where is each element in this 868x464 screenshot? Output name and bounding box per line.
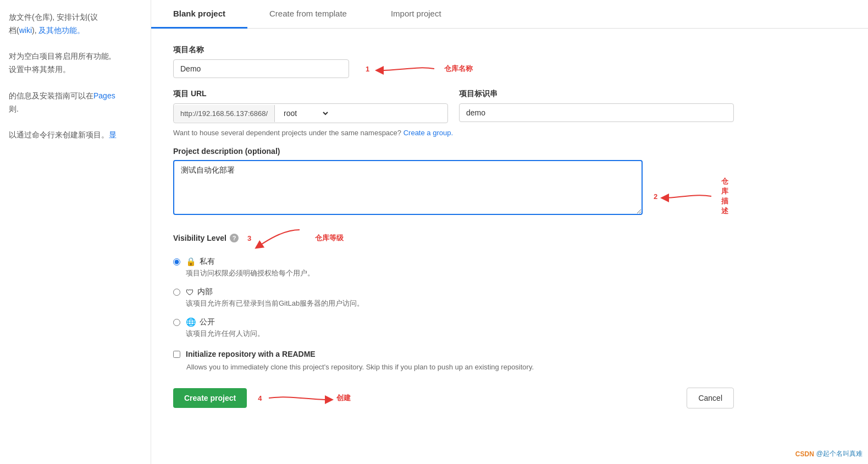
visibility-help-icon[interactable]: ? [230,234,239,242]
project-form: 项目名称 1 [151,29,756,425]
private-label: 私有 [200,257,215,267]
sidebar-show-link[interactable]: 显 [109,130,117,139]
arrow-1 [374,60,440,77]
watermark: CSDN @起个名叫真难 [795,449,863,459]
arrow-3 [256,227,311,249]
sidebar: 放文件(仓库), 安排计划(议 档(wiki), 及其他功能。 对为空白项目将启… [0,0,151,464]
readme-group: Initialize repository with a README Allo… [173,350,734,371]
annotation-number-2: 2 [654,192,657,201]
annotation-text-3: 仓库等级 [315,233,344,243]
tab-template[interactable]: Create from template [247,0,369,29]
arrow-4 [266,390,332,406]
namespace-select[interactable]: root [275,104,330,123]
public-desc: 该项目允许任何人访问。 [186,329,264,339]
tab-import[interactable]: Import project [369,0,463,29]
readme-label: Initialize repository with a README [186,350,316,358]
create-group-link[interactable]: Create a group. [403,129,453,137]
create-project-button[interactable]: Create project [173,388,247,408]
internal-desc: 该项目允许所有已登录到当前GitLab服务器的用户访问。 [186,299,364,308]
public-label: 公开 [200,317,215,327]
readme-row: Initialize repository with a README [173,350,734,358]
annotation-number-1: 1 [366,65,369,73]
button-row: Create project 4 创建 [173,388,734,408]
visibility-group: Visibility Level ? 3 [173,227,734,339]
annotation-text-1: 仓库名称 [444,64,473,74]
radio-internal[interactable] [173,289,180,296]
description-label: Project description (optional) [173,147,734,156]
globe-icon: 🌐 [186,317,196,327]
visibility-label: Visibility Level [173,234,226,242]
internal-label: 内部 [197,287,213,297]
project-name-label: 项目名称 [173,45,734,55]
sidebar-text: 放文件(仓库), 安排计划(议 档(wiki), 及其他功能。 对为空白项目将启… [9,11,142,142]
arrow-2 [662,188,717,205]
visibility-public: 🌐 公开 该项目允许任何人访问。 [173,317,734,339]
description-textarea[interactable]: 测试自动化部署 [173,160,643,215]
description-group: Project description (optional) 测试自动化部署 2 [173,147,734,216]
url-hint: Want to house several dependent projects… [173,129,734,137]
project-name-input[interactable] [173,59,349,78]
readme-checkbox[interactable] [173,351,180,358]
visibility-internal: 🛡 内部 该项目允许所有已登录到当前GitLab服务器的用户访问。 [173,287,734,308]
url-label: 项目 URL [173,89,448,99]
tabs-bar: Blank project Create from template Impor… [151,0,868,29]
url-row: 项目 URL http://192.168.56.137:6868/ root … [173,89,734,123]
project-name-group: 项目名称 1 [173,45,734,78]
shield-icon: 🛡 [186,288,194,297]
readme-desc: Allows you to immediately clone this pro… [186,363,734,371]
slug-group: 项目标识串 [459,89,734,122]
annotation-text-4: 创建 [336,393,351,403]
slug-label: 项目标识串 [459,89,734,99]
url-prefix: http://192.168.56.137:6868/ [174,105,275,122]
cancel-button[interactable]: Cancel [687,388,734,408]
radio-private[interactable] [173,258,180,266]
visibility-private: 🔒 私有 项目访问权限必须明确授权给每个用户。 [173,257,734,278]
annotation-text-2: 仓库描述 [721,176,734,216]
url-input-row: http://192.168.56.137:6868/ root [173,103,448,123]
lock-icon: 🔒 [186,257,196,267]
radio-public[interactable] [173,319,180,326]
visibility-header: Visibility Level ? 3 [173,227,734,249]
private-desc: 项目访问权限必须明确授权给每个用户。 [186,268,314,278]
annotation-number-4: 4 [258,394,262,402]
sidebar-features-link[interactable]: 及其他功能。 [38,26,85,35]
sidebar-pages-link[interactable]: Pages [93,91,115,100]
annotation-number-3: 3 [247,234,251,242]
sidebar-wiki-link[interactable]: wiki [19,26,32,35]
slug-input[interactable] [459,103,734,122]
tab-blank[interactable]: Blank project [151,0,247,29]
main-content: Blank project Create from template Impor… [151,0,868,464]
url-group: 项目 URL http://192.168.56.137:6868/ root [173,89,448,123]
